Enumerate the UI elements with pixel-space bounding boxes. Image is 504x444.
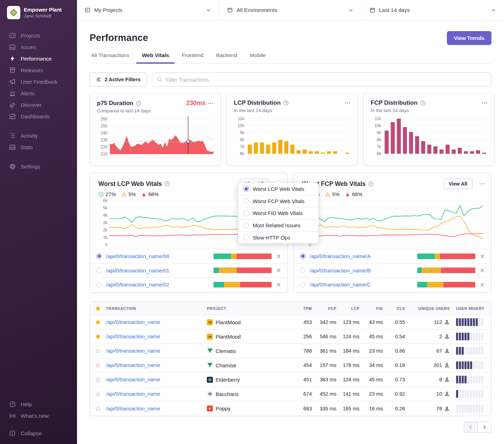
meh-badge: 5% (121, 192, 136, 197)
sidebar-item-dashboards[interactable]: Dashboards (0, 111, 77, 122)
svg-text:?: ? (138, 102, 139, 105)
star-outline-icon[interactable] (95, 377, 101, 382)
menu-item-slow-http-ops[interactable]: Slow HTTP Ops (238, 231, 318, 243)
tab-all-transactions[interactable]: All Transactions (91, 50, 129, 63)
unique-users-cell: 67 (406, 348, 450, 354)
sidebar-item-releases[interactable]: Releases (0, 64, 77, 76)
transaction-link[interactable]: /api/0/transaction_name (106, 348, 160, 354)
view-trends-button[interactable]: View Trends (447, 31, 491, 45)
unique-users-cell: 10 (406, 391, 450, 397)
sidebar-item-label: Dashboards (21, 113, 50, 119)
sidebar-item-issues[interactable]: Issues (0, 41, 77, 53)
transaction-link[interactable]: /api/0/transaction_name/01 (106, 268, 169, 273)
feedback-icon (9, 78, 16, 85)
transaction-link[interactable]: /api/0/transaction_name (106, 391, 160, 397)
platform-icon-vue (207, 362, 213, 368)
transactions-table: TRANSACTIONPROJECTTPMFCPLCPFIDCLSUNIQUE … (90, 301, 491, 416)
radio-button[interactable] (300, 268, 306, 273)
sidebar-item-discover[interactable]: Discover (0, 99, 77, 111)
menu-item-most-related-issues[interactable]: Most Related Issues (238, 219, 318, 231)
tab-web-vitals[interactable]: Web Vitals (142, 50, 169, 63)
transaction-link[interactable]: /api/0/transaction_name/C (310, 282, 371, 287)
meh-badge-value: 5% (332, 192, 340, 197)
star-outline-icon[interactable] (95, 391, 101, 397)
sidebar-item-performance[interactable]: Performance (0, 53, 77, 64)
transaction-link[interactable]: /api/0/transaction_name/02 (106, 282, 169, 287)
more-options-icon[interactable] (208, 100, 214, 106)
star-outline-icon[interactable] (95, 348, 101, 354)
star-filled-icon[interactable] (95, 319, 101, 325)
help-icon[interactable]: ? (420, 100, 426, 106)
menu-item-label: Slow HTTP Ops (253, 235, 290, 241)
chevron-down-icon (491, 7, 496, 13)
org-switcher[interactable]: Empower Plant Jane Schmidt (0, 6, 77, 19)
transaction-link[interactable]: /api/0/transaction_name (106, 377, 160, 382)
star-cell (90, 377, 106, 382)
sidebar-item-settings[interactable]: Settings (0, 161, 77, 172)
sidebar-item-what-s-new[interactable]: What’s new (0, 410, 77, 422)
lcp-cell: 124 ms (337, 377, 360, 382)
transaction-link[interactable]: /api/0/transaction_name (106, 319, 160, 325)
sidebar-item-stats[interactable]: Stats (0, 141, 77, 153)
close-icon[interactable] (276, 254, 281, 259)
menu-item-worst-fcp-web-vitals[interactable]: Worst FCP Web Vitals (238, 195, 318, 207)
star-filled-icon[interactable] (95, 334, 101, 339)
radio-button[interactable] (300, 254, 306, 259)
radio-button[interactable] (300, 282, 306, 287)
menu-item-worst-fid-web-vitals[interactable]: Worst FID Web Vitals (238, 207, 318, 219)
tab-frontend[interactable]: Frontend (182, 50, 203, 63)
sidebar-item-alerts[interactable]: Alerts (0, 88, 77, 99)
sidebar-item-activity[interactable]: Activity (0, 130, 77, 141)
star-outline-icon[interactable] (95, 406, 101, 411)
star-outline-icon[interactable] (95, 362, 101, 368)
help-icon[interactable]: ? (136, 100, 141, 106)
menu-item-worst-lcp-web-vitals[interactable]: Worst LCP Web Vitals (238, 183, 318, 195)
transaction-link[interactable]: /api/0/transaction_name/00 (106, 253, 169, 259)
platform-icon-js: JS (207, 319, 213, 325)
close-icon[interactable] (276, 268, 281, 273)
sidebar-item-user-feedback[interactable]: User Feedback (0, 76, 77, 88)
next-page-button[interactable] (477, 422, 491, 433)
active-filters-button[interactable]: 2 Active Filters (90, 72, 147, 86)
poor-badge: 68% (141, 192, 159, 197)
previous-page-button[interactable] (464, 422, 478, 433)
date-range-dropdown[interactable]: Last 14 days (362, 0, 504, 20)
radio-button[interactable] (96, 282, 102, 287)
sidebar-item-help[interactable]: ?Help (0, 398, 77, 410)
transaction-link[interactable]: /api/0/transaction_name/B (310, 268, 371, 273)
close-icon[interactable] (479, 254, 485, 259)
vitals-stacked-bar (214, 282, 272, 287)
search-box[interactable] (152, 72, 491, 86)
more-options-icon[interactable] (345, 100, 350, 106)
project-filter-dropdown[interactable]: My Projects (77, 0, 219, 20)
view-all-button[interactable]: View All (443, 179, 472, 189)
more-options-icon[interactable] (479, 181, 485, 187)
project-name: Elderberry (216, 377, 240, 383)
transaction-link[interactable]: /api/0/transaction_name (106, 362, 160, 368)
transaction-link[interactable]: /api/0/transaction_name/A (310, 253, 371, 259)
radio-button[interactable] (96, 254, 102, 259)
transaction-link[interactable]: /api/0/transaction_name (106, 334, 160, 339)
close-icon[interactable] (479, 282, 485, 287)
close-icon[interactable] (479, 268, 485, 273)
radio-button[interactable] (96, 268, 102, 273)
environment-filter-dropdown[interactable]: All Environments (219, 0, 362, 20)
transaction-link[interactable]: /api/0/transaction_name (106, 406, 160, 411)
vitals-transaction-row: /api/0/transaction_name/00 (90, 249, 287, 263)
project-cell: JSPlantMood (207, 319, 277, 325)
sidebar-item-collapse[interactable]: Collapse (0, 428, 77, 439)
sidebar-item-label: Performance (21, 56, 52, 62)
lcp-cell: 178 ms (337, 362, 360, 368)
help-icon[interactable]: ? (283, 100, 289, 106)
sidebar-item-projects[interactable]: Projects (0, 30, 77, 41)
close-icon[interactable] (276, 282, 281, 287)
sidebar-nav-collapse: Collapse (0, 428, 77, 439)
search-input[interactable] (166, 77, 486, 83)
menu-item-label: Worst FCP Web Vitals (253, 198, 304, 204)
environment-filter-label: All Environments (237, 7, 277, 13)
tab-backend[interactable]: Backend (216, 50, 237, 63)
more-options-icon[interactable] (482, 100, 487, 106)
tab-mobile[interactable]: Mobile (250, 50, 266, 63)
column-header-fcp: FCP (313, 306, 337, 311)
y-axis: 260250240230220210 (97, 119, 107, 154)
